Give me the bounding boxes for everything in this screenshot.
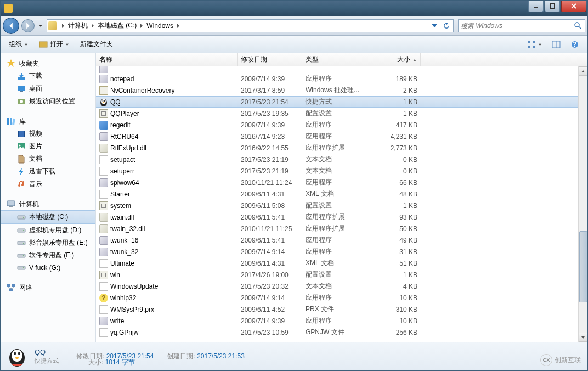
file-type: XML 文档 bbox=[302, 258, 372, 268]
breadcrumb-drive[interactable]: 本地磁盘 (C:) bbox=[97, 21, 138, 30]
navigation-pane[interactable]: 收藏夹下载桌面最近访问的位置 库视频图片文档迅雷下载音乐 计算机本地磁盘 (C:… bbox=[1, 53, 96, 342]
file-row[interactable]: splwow642010/11/21 11:24应用程序66 KB bbox=[96, 177, 587, 188]
file-row[interactable]: twain.dll2009/6/11 5:41应用程序扩展93 KB bbox=[96, 211, 587, 223]
column-size[interactable]: 大小 bbox=[372, 53, 421, 66]
file-row[interactable]: win2017/4/26 19:00配置设置1 KB bbox=[96, 269, 587, 280]
file-row[interactable]: QQ2017/5/23 21:54快捷方式1 KB bbox=[96, 96, 587, 108]
file-date: 2009/6/11 4:31 bbox=[238, 190, 302, 198]
file-row[interactable]: ?winhlp322009/7/14 9:14应用程序10 KB bbox=[96, 292, 587, 303]
history-dropdown[interactable] bbox=[37, 20, 44, 32]
new-folder-button[interactable]: 新建文件夹 bbox=[75, 37, 118, 51]
file-row[interactable] bbox=[96, 66, 587, 73]
sidebar-item[interactable]: 迅雷下载 bbox=[1, 165, 95, 178]
file-row[interactable]: Ultimate2009/6/11 4:31XML 文档51 KB bbox=[96, 257, 587, 269]
address-bar[interactable]: 计算机 本地磁盘 (C:) Windows bbox=[47, 19, 454, 32]
sidebar-item[interactable]: 软件专用盘 (F:) bbox=[1, 249, 95, 262]
file-type: 应用程序扩展 bbox=[302, 224, 372, 233]
file-row[interactable]: twunk_162009/6/11 5:41应用程序49 KB bbox=[96, 234, 587, 246]
search-box[interactable] bbox=[458, 19, 585, 32]
file-row[interactable]: notepad2009/7/14 9:39应用程序189 KB bbox=[96, 73, 587, 85]
help-button[interactable]: ? bbox=[566, 38, 584, 51]
file-name: WindowsUpdate bbox=[96, 282, 238, 291]
video-icon bbox=[17, 130, 26, 138]
scroll-up[interactable] bbox=[579, 66, 587, 76]
maximize-button[interactable] bbox=[545, 1, 560, 12]
details-name: QQ bbox=[35, 348, 59, 356]
sidebar-item[interactable]: 图片 bbox=[1, 140, 95, 153]
sidebar-group-header[interactable]: 库 bbox=[1, 115, 95, 127]
column-date[interactable]: 修改日期 bbox=[238, 53, 302, 66]
breadcrumb-separator[interactable] bbox=[138, 20, 145, 31]
file-row[interactable]: WMSysPr9.prx2009/6/11 4:52PRX 文件310 KB bbox=[96, 303, 587, 315]
file-row[interactable]: twunk_322009/7/14 9:14应用程序31 KB bbox=[96, 246, 587, 257]
file-name: setupact bbox=[96, 155, 238, 164]
file-row[interactable]: RtCRU642016/7/14 9:23应用程序4,231 KB bbox=[96, 131, 587, 142]
sidebar-item[interactable]: 本地磁盘 (C:) bbox=[1, 210, 95, 224]
sidebar-item[interactable]: 文档 bbox=[1, 153, 95, 165]
file-row[interactable]: WindowsUpdate2017/5/23 20:32文本文档4 KB bbox=[96, 280, 587, 292]
file-row[interactable]: system2009/6/11 5:08配置设置1 KB bbox=[96, 200, 587, 211]
file-row[interactable]: QQPlayer2017/5/23 19:35配置设置1 KB bbox=[96, 108, 587, 119]
sidebar-item[interactable]: 影音娱乐专用盘 (E:) bbox=[1, 237, 95, 249]
file-size: 1 KB bbox=[372, 98, 421, 106]
file-type: XML 文档 bbox=[302, 189, 372, 199]
thunder-icon bbox=[17, 167, 26, 176]
svg-rect-7 bbox=[528, 41, 530, 43]
file-type: 应用程序 bbox=[302, 293, 372, 302]
scroll-thumb[interactable] bbox=[579, 231, 587, 302]
file-name: system bbox=[96, 201, 238, 210]
sidebar-item[interactable]: 视频 bbox=[1, 127, 95, 140]
sidebar-item[interactable]: 桌面 bbox=[1, 82, 95, 95]
organize-menu[interactable]: 组织 bbox=[4, 37, 33, 51]
sidebar-item[interactable]: 最近访问的位置 bbox=[1, 95, 95, 108]
svg-rect-24 bbox=[18, 131, 19, 137]
breadcrumb-separator[interactable] bbox=[59, 20, 67, 31]
open-button[interactable]: 打开 bbox=[34, 37, 74, 51]
file-type: 文本文档 bbox=[302, 166, 372, 176]
breadcrumb-separator[interactable] bbox=[174, 20, 182, 31]
breadcrumb-computer[interactable]: 计算机 bbox=[67, 21, 89, 30]
preview-pane-toggle[interactable] bbox=[547, 38, 566, 51]
file-row[interactable]: twain_32.dll2010/11/21 11:25应用程序扩展50 KB bbox=[96, 223, 587, 234]
scroll-down[interactable] bbox=[579, 333, 587, 342]
address-dropdown[interactable] bbox=[428, 20, 440, 32]
minimize-button[interactable] bbox=[528, 1, 544, 12]
sidebar-item[interactable]: V fuck (G:) bbox=[1, 262, 95, 274]
sidebar-item[interactable]: 下载 bbox=[1, 70, 95, 82]
sidebar-group-header[interactable]: 收藏夹 bbox=[1, 58, 95, 70]
close-button[interactable] bbox=[561, 1, 586, 12]
breadcrumb-separator[interactable] bbox=[89, 20, 97, 31]
back-button[interactable] bbox=[3, 18, 19, 34]
refresh-button[interactable] bbox=[440, 20, 452, 32]
picture-icon bbox=[17, 142, 26, 151]
file-date: 2009/7/14 9:39 bbox=[238, 75, 302, 83]
scrollbar[interactable] bbox=[578, 66, 587, 342]
sidebar-item[interactable]: 音乐 bbox=[1, 178, 95, 190]
computer-icon bbox=[6, 199, 16, 209]
breadcrumb-folder[interactable]: Windows bbox=[145, 22, 174, 30]
file-date: 2017/5/23 19:35 bbox=[238, 110, 302, 117]
file-row[interactable]: NvContainerRecovery2017/3/17 8:59Windows… bbox=[96, 85, 587, 96]
forward-button[interactable] bbox=[21, 19, 35, 32]
sidebar-group-header[interactable]: 计算机 bbox=[1, 198, 95, 210]
file-row[interactable]: setuperr2017/5/23 21:19文本文档0 KB bbox=[96, 165, 587, 177]
sidebar-item[interactable]: 虚拟机专用盘 (D:) bbox=[1, 224, 95, 237]
file-row[interactable]: RtlExUpd.dll2016/9/22 14:55应用程序扩展2,773 K… bbox=[96, 142, 587, 154]
file-size: 0 KB bbox=[372, 167, 421, 175]
file-name: twunk_32 bbox=[96, 248, 238, 256]
column-type[interactable]: 类型 bbox=[302, 53, 372, 66]
file-size: 48 KB bbox=[372, 190, 421, 198]
file-row[interactable]: regedit2009/7/14 9:39应用程序417 KB bbox=[96, 119, 587, 131]
file-row[interactable]: setupact2017/5/23 21:19文本文档0 KB bbox=[96, 154, 587, 165]
file-row[interactable]: Starter2009/6/11 4:31XML 文档48 KB bbox=[96, 188, 587, 200]
music-icon bbox=[17, 180, 26, 189]
column-name[interactable]: 名称 bbox=[96, 53, 238, 66]
details-type: 快捷方式 bbox=[35, 357, 59, 365]
file-row[interactable]: yq.GPnjw2017/5/23 10:59GPNJW 文件256 KB bbox=[96, 327, 587, 338]
file-row[interactable]: write2009/7/14 9:39应用程序10 KB bbox=[96, 315, 587, 327]
titlebar[interactable] bbox=[1, 1, 587, 16]
view-options[interactable] bbox=[522, 38, 547, 51]
sidebar-group-header[interactable]: 网络 bbox=[1, 282, 95, 294]
file-size: 51 KB bbox=[372, 260, 421, 267]
search-input[interactable] bbox=[461, 22, 574, 30]
